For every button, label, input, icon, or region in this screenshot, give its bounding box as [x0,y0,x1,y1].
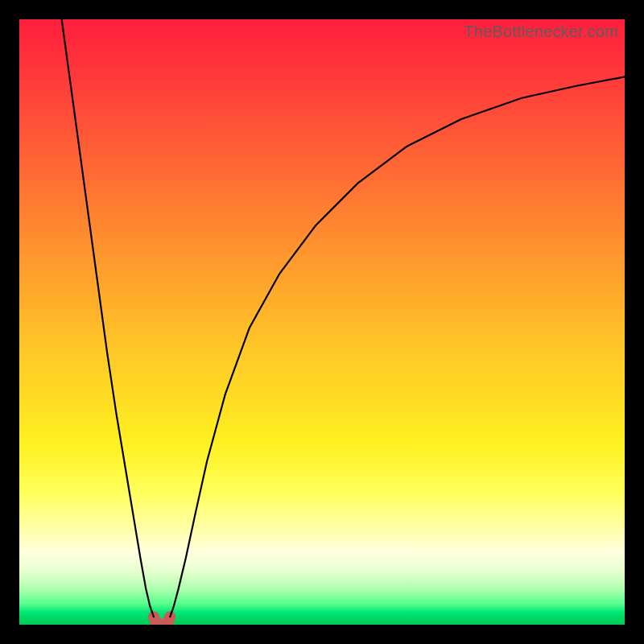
bottleneck-gradient-background [19,19,625,625]
chart-container: TheBottlenecker.com [0,0,644,644]
plot-area: TheBottlenecker.com [19,19,625,625]
watermark-text: TheBottlenecker.com [464,23,618,41]
